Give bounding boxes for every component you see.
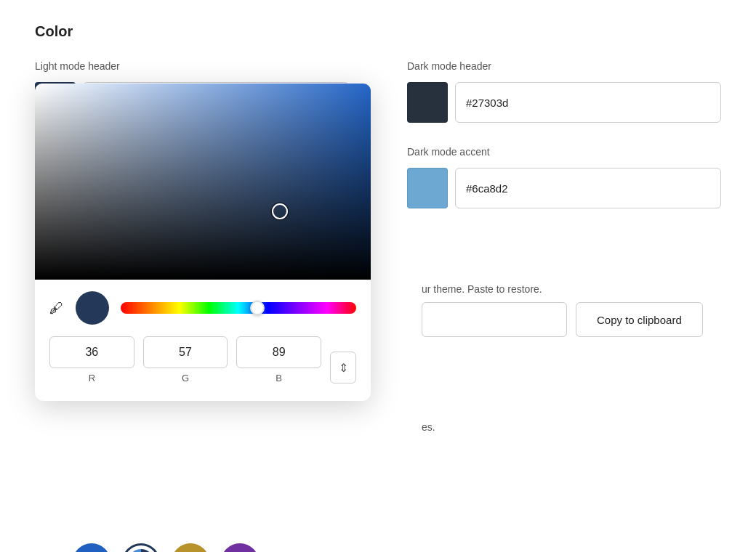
g-field: G (143, 336, 228, 383)
dark-mode-header-group: Dark mode header (407, 60, 721, 123)
restore-hint: es. (422, 421, 435, 433)
picker-rgb-row: R G B ⇕ (35, 325, 371, 383)
dark-mode-header-swatch[interactable] (407, 82, 448, 123)
g-input[interactable] (143, 336, 228, 368)
rgb-mode-button[interactable]: ⇕ (330, 352, 356, 383)
dark-mode-header-row (407, 82, 721, 123)
picker-gradient[interactable] (35, 84, 371, 280)
picker-controls: 🖋 (35, 280, 371, 325)
theme-hint-label: ur theme. Paste to restore. (422, 283, 703, 295)
g-label: G (182, 373, 189, 383)
light-mode-header-label: Light mode header (35, 60, 349, 72)
copy-to-clipboard-button[interactable]: Copy to clipboard (576, 302, 703, 337)
dark-mode-header-label: Dark mode header (407, 60, 721, 72)
section-title: Color (35, 23, 721, 40)
color-picker-popup: 🖋 R G B ⇕ (35, 84, 371, 401)
hue-thumb (250, 301, 265, 315)
eyedropper-icon[interactable]: 🖋 (49, 300, 64, 317)
dark-mode-header-input[interactable] (455, 82, 721, 123)
hue-slider[interactable] (121, 302, 356, 314)
dark-mode-accent-label: Dark mode accent (407, 146, 721, 158)
b-label: B (276, 373, 282, 383)
dark-mode-accent-group: Dark mode accent (407, 146, 721, 208)
r-label: R (89, 373, 95, 383)
r-input[interactable] (49, 336, 134, 368)
r-field: R (49, 336, 134, 383)
b-input[interactable] (236, 336, 321, 368)
bottom-icon-2[interactable] (122, 543, 160, 552)
dark-mode-accent-swatch[interactable] (407, 168, 448, 208)
theme-input[interactable] (422, 302, 567, 337)
bottom-icon-3[interactable] (172, 543, 209, 552)
b-field: B (236, 336, 321, 383)
bottom-icon-4[interactable] (221, 543, 259, 552)
bottom-icon-1[interactable] (73, 543, 110, 552)
theme-row: Copy to clipboard (422, 302, 703, 337)
page-content: Color Light mode header Dark mode header… (0, 0, 756, 232)
dark-mode-accent-input[interactable] (455, 168, 721, 208)
bottom-icons (73, 543, 259, 552)
dark-mode-accent-row (407, 168, 721, 208)
theme-section: ur theme. Paste to restore. Copy to clip… (422, 283, 703, 337)
picker-preview-circle (76, 291, 109, 325)
